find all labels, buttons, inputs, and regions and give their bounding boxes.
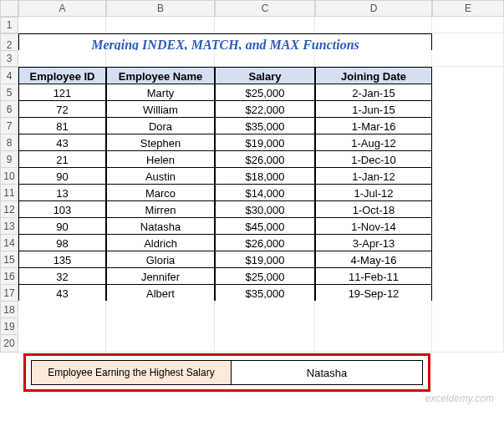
cell-empty-20-2[interactable] [215,334,315,353]
th-id[interactable]: Employee ID [18,67,106,85]
th-salary[interactable]: Salary [215,67,315,85]
cell-name-7[interactable]: Dora [106,117,215,135]
cell-F4[interactable] [432,67,504,85]
cell-empty-18-3[interactable] [315,301,432,319]
cell-date-6[interactable]: 1-Jun-15 [315,100,432,119]
cell-empty-19-2[interactable] [215,317,315,336]
cell-date-12[interactable]: 1-Oct-18 [315,200,432,219]
cell-empty-19-3[interactable] [315,317,432,336]
cell-C1[interactable] [215,17,315,33]
row-header-19[interactable]: 19 [0,317,18,336]
cell-id-7[interactable]: 81 [18,117,106,135]
cell-B3[interactable] [106,50,215,67]
cell-empty-20-1[interactable] [106,334,215,353]
cell-empty-18-0[interactable] [18,301,106,319]
cell-name-10[interactable]: Austin [106,167,215,185]
select-all-corner[interactable] [0,0,18,17]
col-header-C[interactable]: C [215,0,315,17]
cell-F13[interactable] [432,217,504,236]
col-header-E[interactable]: E [432,0,504,17]
cell-id-5[interactable]: 121 [18,84,106,102]
cell-salary-5[interactable]: $25,000 [215,84,315,102]
cell-name-12[interactable]: Mirren [106,200,215,219]
cell-salary-16[interactable]: $25,000 [215,267,315,286]
row-header-1[interactable]: 1 [0,17,18,33]
cell-C3[interactable] [215,50,315,67]
cell-name-17[interactable]: Albert [106,284,215,302]
cell-salary-8[interactable]: $19,000 [215,134,315,152]
col-header-B[interactable]: B [106,0,215,17]
cell-D3[interactable] [315,50,432,67]
row-header-9[interactable]: 9 [0,150,18,169]
row-header-18[interactable]: 18 [0,301,18,319]
cell-date-7[interactable]: 1-Mar-16 [315,117,432,135]
row-header-7[interactable]: 7 [0,117,18,135]
row-header-17[interactable]: 17 [0,284,18,302]
cell-empty-20-4[interactable] [432,334,504,353]
cell-salary-14[interactable]: $26,000 [215,234,315,252]
cell-name-11[interactable]: Marco [106,184,215,202]
cell-id-8[interactable]: 43 [18,134,106,152]
cell-F12[interactable] [432,200,504,219]
col-header-A[interactable]: A [18,0,106,17]
cell-salary-12[interactable]: $30,000 [215,200,315,219]
cell-empty-18-2[interactable] [215,301,315,319]
row-header-11[interactable]: 11 [0,184,18,202]
cell-empty-19-0[interactable] [18,317,106,336]
cell-name-16[interactable]: Jennifer [106,267,215,286]
row-header-5[interactable]: 5 [0,84,18,102]
cell-name-13[interactable]: Natasha [106,217,215,236]
cell-F6[interactable] [432,100,504,119]
cell-name-15[interactable]: Gloria [106,251,215,269]
cell-name-9[interactable]: Helen [106,150,215,169]
cell-date-17[interactable]: 19-Sep-12 [315,284,432,302]
cell-F10[interactable] [432,167,504,185]
cell-date-8[interactable]: 1-Aug-12 [315,134,432,152]
cell-date-13[interactable]: 1-Nov-14 [315,217,432,236]
cell-salary-15[interactable]: $19,000 [215,251,315,269]
cell-empty-20-3[interactable] [315,334,432,353]
cell-salary-7[interactable]: $35,000 [215,117,315,135]
row-header-4[interactable]: 4 [0,67,18,85]
cell-F5[interactable] [432,84,504,102]
cell-salary-11[interactable]: $14,000 [215,184,315,202]
cell-name-5[interactable]: Marty [106,84,215,102]
cell-date-5[interactable]: 2-Jan-15 [315,84,432,102]
cell-id-10[interactable]: 90 [18,167,106,185]
cell-id-9[interactable]: 21 [18,150,106,169]
cell-F8[interactable] [432,134,504,152]
cell-name-8[interactable]: Stephen [106,134,215,152]
cell-E1[interactable] [432,17,504,33]
cell-id-17[interactable]: 43 [18,284,106,302]
result-label[interactable]: Employee Earning the Highest Salary [31,360,232,385]
cell-F15[interactable] [432,251,504,269]
cell-date-10[interactable]: 1-Jan-12 [315,167,432,185]
row-header-15[interactable]: 15 [0,251,18,269]
col-header-D[interactable]: D [315,0,432,17]
cell-salary-9[interactable]: $26,000 [215,150,315,169]
row-header-13[interactable]: 13 [0,217,18,236]
cell-F16[interactable] [432,267,504,286]
cell-salary-17[interactable]: $35,000 [215,284,315,302]
cell-date-9[interactable]: 1-Dec-10 [315,150,432,169]
cell-E3[interactable] [432,50,504,67]
row-header-10[interactable]: 10 [0,167,18,185]
cell-B1[interactable] [106,17,215,33]
cell-F7[interactable] [432,117,504,135]
cell-empty-19-1[interactable] [106,317,215,336]
cell-id-15[interactable]: 135 [18,251,106,269]
cell-F11[interactable] [432,184,504,202]
cell-id-11[interactable]: 13 [18,184,106,202]
row-header-3[interactable]: 3 [0,50,18,67]
cell-id-6[interactable]: 72 [18,100,106,119]
cell-id-16[interactable]: 32 [18,267,106,286]
cell-D1[interactable] [315,17,432,33]
cell-salary-6[interactable]: $22,000 [215,100,315,119]
cell-empty-20-0[interactable] [18,334,106,353]
row-header-16[interactable]: 16 [0,267,18,286]
cell-empty-18-4[interactable] [432,301,504,319]
cell-id-14[interactable]: 98 [18,234,106,252]
cell-name-6[interactable]: William [106,100,215,119]
cell-date-16[interactable]: 11-Feb-11 [315,267,432,286]
th-name[interactable]: Employee Name [106,67,215,85]
